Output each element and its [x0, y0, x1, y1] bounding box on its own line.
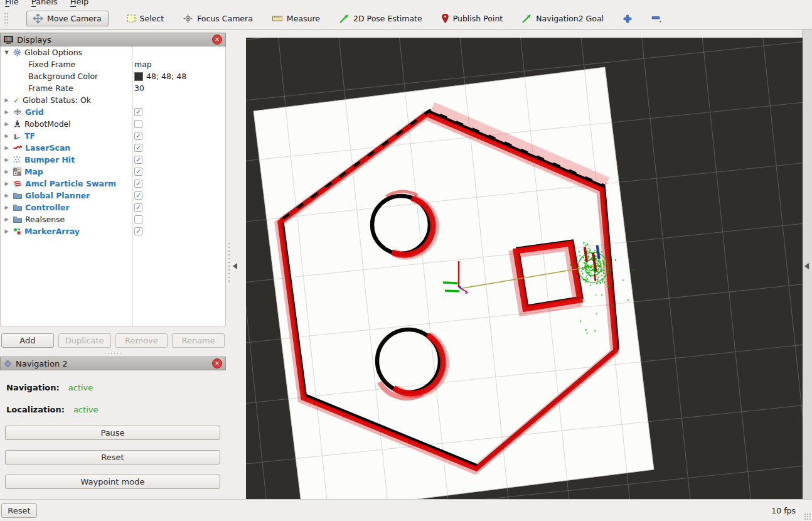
time-reset-button[interactable]: Reset — [1, 503, 37, 518]
add-button[interactable]: Add — [1, 333, 54, 348]
expand-triangle-icon[interactable]: ▶ — [3, 193, 10, 198]
expand-triangle-icon[interactable]: ▶ — [3, 109, 10, 115]
expand-triangle-icon[interactable]: ▶ — [3, 169, 10, 175]
display-name-label: Amcl Particle Swarm — [25, 179, 116, 188]
navigation2-panel: Navigation 2 ✕ — [0, 357, 226, 370]
tree-row-frame-rate[interactable]: Frame Rate 30 — [1, 82, 225, 94]
expand-triangle-icon[interactable]: ▶ — [3, 97, 10, 103]
minus-icon — [651, 14, 662, 24]
panel-splitter-handle[interactable] — [104, 352, 122, 355]
monitor-icon — [4, 36, 13, 44]
display-name-label: Grid — [25, 107, 44, 117]
select-tool-button[interactable]: Select — [126, 11, 166, 26]
grid-enabled-checkbox[interactable] — [134, 108, 142, 116]
tool-label: Move Camera — [47, 14, 102, 23]
expand-triangle-icon[interactable]: ▶ — [3, 121, 10, 127]
displays-panel: Displays ✕ ▼ Global Options Fixed Frame … — [0, 33, 226, 326]
measure-icon — [272, 16, 282, 21]
publish-point-tool-button[interactable]: Publish Point — [441, 11, 505, 26]
select-icon — [127, 14, 136, 23]
display-name-label: TF — [24, 131, 35, 141]
display-name-label: Realsense — [25, 215, 65, 224]
collapse-left-arrow-icon[interactable] — [233, 263, 237, 269]
tree-row-controller[interactable]: ▶Controller — [1, 201, 225, 213]
displays-panel-header[interactable]: Displays ✕ — [0, 33, 226, 46]
diamond-icon — [4, 360, 12, 368]
global-planner-enabled-checkbox[interactable] — [134, 191, 142, 200]
pose-estimate-tool-button[interactable]: 2D Pose Estimate — [338, 11, 424, 26]
move-camera-tool-button[interactable]: Move Camera — [26, 11, 109, 26]
close-icon[interactable]: ✕ — [212, 358, 222, 368]
tree-row-grid[interactable]: ▶Grid — [1, 106, 225, 118]
displays-buttons-row: Add Duplicate Remove Rename — [1, 333, 225, 348]
markerarray-enabled-checkbox[interactable] — [134, 227, 142, 235]
expand-triangle-icon[interactable]: ▶ — [3, 133, 10, 139]
controller-enabled-checkbox[interactable] — [134, 203, 142, 212]
tf-enabled-checkbox[interactable] — [134, 132, 142, 140]
3d-viewport[interactable] — [246, 38, 803, 499]
toolbar: Move CameraSelectFocus CameraMeasure2D P… — [0, 8, 812, 30]
fixed-frame-value[interactable]: map — [132, 60, 225, 69]
tree-row-fixed-frame[interactable]: Fixed Frame map — [1, 58, 225, 70]
expand-triangle-icon[interactable]: ▼ — [3, 50, 10, 55]
measure-tool-button[interactable]: Measure — [271, 11, 321, 26]
tool-label: Publish Point — [453, 14, 503, 23]
robotmodel-enabled-checkbox[interactable] — [134, 120, 142, 128]
toolbar-drag-handle[interactable] — [4, 12, 8, 26]
expand-triangle-icon[interactable]: ▶ — [3, 205, 10, 210]
navigation-status-value: active — [68, 383, 93, 392]
color-swatch — [134, 72, 143, 81]
focus-camera-tool-button[interactable]: Focus Camera — [182, 11, 254, 26]
folder-icon — [13, 204, 22, 211]
map-enabled-checkbox[interactable] — [134, 168, 142, 176]
expand-triangle-icon[interactable]: ▶ — [3, 181, 10, 186]
remove-button[interactable]: Remove — [115, 333, 168, 348]
tree-row-global-planner[interactable]: ▶Global Planner — [1, 190, 225, 201]
close-icon[interactable]: ✕ — [212, 35, 222, 45]
navigation2-panel-header[interactable]: Navigation 2 ✕ — [0, 357, 226, 370]
tree-row-realsense[interactable]: ▶Realsense — [1, 213, 225, 225]
pause-button[interactable]: Pause — [5, 426, 220, 440]
publish-point-icon — [442, 14, 449, 23]
bumper-icon — [13, 156, 21, 164]
frame-rate-value[interactable]: 30 — [132, 83, 225, 93]
localization-status-row: Localization: active — [6, 405, 99, 414]
rename-button[interactable]: Rename — [172, 333, 225, 348]
tree-row-map[interactable]: ▶Map — [1, 166, 225, 178]
splitter-grip[interactable] — [228, 242, 231, 282]
expand-triangle-icon[interactable]: ▶ — [3, 228, 10, 234]
add-tool-tool-button[interactable] — [622, 12, 633, 26]
tree-row-amcl-particle-swarm[interactable]: ▶Amcl Particle Swarm — [1, 178, 225, 190]
panel-view-splitter[interactable] — [226, 30, 246, 499]
menu-help[interactable]: Help — [70, 0, 89, 6]
expand-triangle-icon[interactable]: ▶ — [3, 145, 10, 151]
expand-triangle-icon[interactable]: ▶ — [3, 157, 10, 163]
localization-status-value: active — [73, 405, 99, 414]
tree-row-background-color[interactable]: Background Color 48; 48; 48 — [1, 70, 225, 82]
realsense-enabled-checkbox[interactable] — [134, 215, 142, 223]
laserscan-enabled-checkbox[interactable] — [134, 144, 142, 152]
menu-file[interactable]: File — [5, 0, 19, 6]
amcl-particle-swarm-enabled-checkbox[interactable] — [134, 180, 142, 188]
tree-row-bumper-hit[interactable]: ▶Bumper Hit — [1, 154, 225, 166]
tree-row-global-options[interactable]: ▼ Global Options — [1, 46, 225, 58]
display-name-label: RobotModel — [24, 119, 71, 129]
waypoint-mode-button[interactable]: Waypoint mode — [5, 475, 220, 489]
menu-panels[interactable]: Panels — [31, 0, 58, 6]
tree-row-tf[interactable]: ▶TF — [1, 130, 225, 142]
bumper-hit-enabled-checkbox[interactable] — [134, 156, 142, 164]
remove-tool-tool-button[interactable] — [650, 11, 663, 26]
duplicate-button[interactable]: Duplicate — [58, 333, 111, 348]
window-resize-grip[interactable] — [804, 513, 811, 520]
expand-triangle-icon[interactable]: ▶ — [3, 217, 10, 222]
tree-row-robotmodel[interactable]: ▶RobotModel — [1, 118, 225, 130]
right-panel-splitter[interactable] — [802, 30, 812, 499]
collapse-left-arrow-icon[interactable] — [804, 263, 809, 269]
nav2-reset-button[interactable]: Reset — [5, 450, 220, 465]
background-color-value[interactable]: 48; 48; 48 — [132, 72, 225, 81]
tree-row-laserscan[interactable]: ▶LaserScan — [1, 142, 225, 154]
nav2-goal-tool-button[interactable]: Navigation2 Goal — [521, 11, 605, 26]
tree-row-global-status[interactable]: ▶ ✓ Global Status: Ok — [1, 94, 225, 106]
tree-row-markerarray[interactable]: ▶MarkerArray — [1, 225, 225, 237]
tree-column-separator[interactable] — [132, 46, 133, 326]
